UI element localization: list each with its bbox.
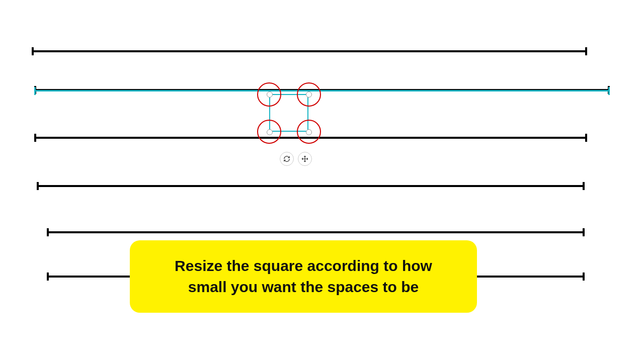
rotate-button[interactable] (280, 152, 294, 166)
shape-toolbar (280, 152, 312, 166)
move-button[interactable] (298, 152, 312, 166)
highlight-circle-bl (257, 120, 281, 144)
highlight-circle-tr (297, 82, 321, 107)
line-2-selected[interactable] (35, 90, 609, 92)
line-5[interactable] (48, 231, 584, 233)
instruction-callout: Resize the square according to how small… (130, 240, 477, 313)
rotate-icon (283, 155, 290, 162)
highlight-circle-tl (257, 82, 281, 107)
line-4[interactable] (38, 185, 584, 187)
highlight-circle-br (297, 120, 321, 144)
line-1[interactable] (33, 50, 586, 52)
move-icon (301, 155, 308, 162)
